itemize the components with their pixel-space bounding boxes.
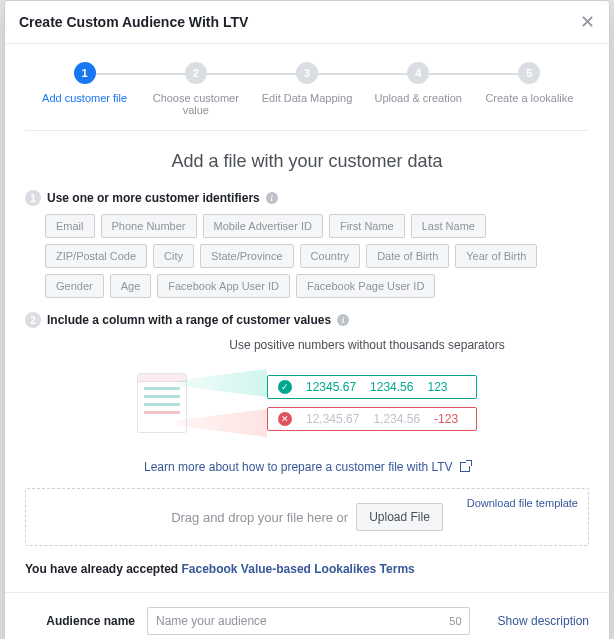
chip[interactable]: Email — [45, 214, 95, 238]
section-identifiers-heading: 1 Use one or more customer identifiers i — [25, 190, 589, 206]
content: Add a file with your customer data 1 Use… — [5, 131, 609, 592]
example-caption: Use positive numbers without thousands s… — [25, 338, 589, 352]
step-label: Upload & creation — [374, 92, 461, 104]
step-label: Edit Data Mapping — [262, 92, 353, 104]
chip[interactable]: ZIP/Postal Code — [45, 244, 147, 268]
step-3[interactable]: 3 Edit Data Mapping — [251, 62, 362, 104]
good-example: ✓ 12345.67 1234.56 123 — [267, 375, 477, 399]
bad-example: ✕ 12,345.67 1,234.56 -123 — [267, 407, 477, 431]
step-5[interactable]: 5 Create a lookalike — [474, 62, 585, 104]
chip[interactable]: Mobile Advertiser ID — [203, 214, 323, 238]
identifier-chips: Email Phone Number Mobile Advertiser ID … — [45, 214, 589, 298]
page-title: Add a file with your customer data — [25, 151, 589, 172]
modal-header: Create Custom Audience With LTV ✕ — [5, 1, 609, 44]
learn-more: Learn more about how to prepare a custom… — [25, 460, 589, 474]
chip[interactable]: First Name — [329, 214, 405, 238]
modal-title: Create Custom Audience With LTV — [19, 14, 248, 30]
stepper: 1 Add customer file 2 Choose customer va… — [5, 44, 609, 130]
file-dropzone[interactable]: Download file template Drag and drop you… — [25, 488, 589, 546]
step-1[interactable]: 1 Add customer file — [29, 62, 140, 104]
step-badge: 2 — [25, 312, 41, 328]
audience-name-label: Audience name — [25, 614, 135, 628]
example-illustration: Use positive numbers without thousands s… — [25, 338, 589, 448]
drag-text: Drag and drop your file here or — [171, 510, 348, 525]
step-badge: 1 — [25, 190, 41, 206]
step-label: Create a lookalike — [485, 92, 573, 104]
beam-decor — [187, 363, 267, 443]
chip[interactable]: Age — [110, 274, 152, 298]
chip[interactable]: Date of Birth — [366, 244, 449, 268]
step-label: Choose customer value — [140, 92, 251, 116]
info-icon[interactable]: i — [266, 192, 278, 204]
step-4[interactable]: 4 Upload & creation — [363, 62, 474, 104]
audience-name-input[interactable] — [147, 607, 470, 635]
info-icon[interactable]: i — [337, 314, 349, 326]
chip[interactable]: State/Province — [200, 244, 294, 268]
chip[interactable]: Facebook App User ID — [157, 274, 290, 298]
close-icon[interactable]: ✕ — [580, 13, 595, 31]
char-count: 50 — [449, 615, 461, 627]
modal: Create Custom Audience With LTV ✕ 1 Add … — [4, 0, 610, 639]
chip[interactable]: Phone Number — [101, 214, 197, 238]
chip[interactable]: Country — [300, 244, 361, 268]
check-icon: ✓ — [278, 380, 292, 394]
step-label: Add customer file — [42, 92, 127, 104]
external-link-icon — [460, 462, 470, 472]
cross-icon: ✕ — [278, 412, 292, 426]
upload-file-button[interactable]: Upload File — [356, 503, 443, 531]
audience-name-row: Audience name 50 Show description — [5, 592, 609, 639]
chip[interactable]: Facebook Page User ID — [296, 274, 435, 298]
step-2[interactable]: 2 Choose customer value — [140, 62, 251, 116]
chip[interactable]: City — [153, 244, 194, 268]
terms-link[interactable]: Facebook Value-based Lookalikes Terms — [182, 562, 415, 576]
download-template-link[interactable]: Download file template — [467, 497, 578, 509]
learn-more-link[interactable]: Learn more about how to prepare a custom… — [144, 460, 470, 474]
show-description-link[interactable]: Show description — [498, 614, 589, 628]
chip[interactable]: Year of Birth — [455, 244, 537, 268]
chip[interactable]: Last Name — [411, 214, 486, 238]
section-values-heading: 2 Include a column with a range of custo… — [25, 312, 589, 328]
chip[interactable]: Gender — [45, 274, 104, 298]
terms-text: You have already accepted Facebook Value… — [25, 562, 589, 576]
